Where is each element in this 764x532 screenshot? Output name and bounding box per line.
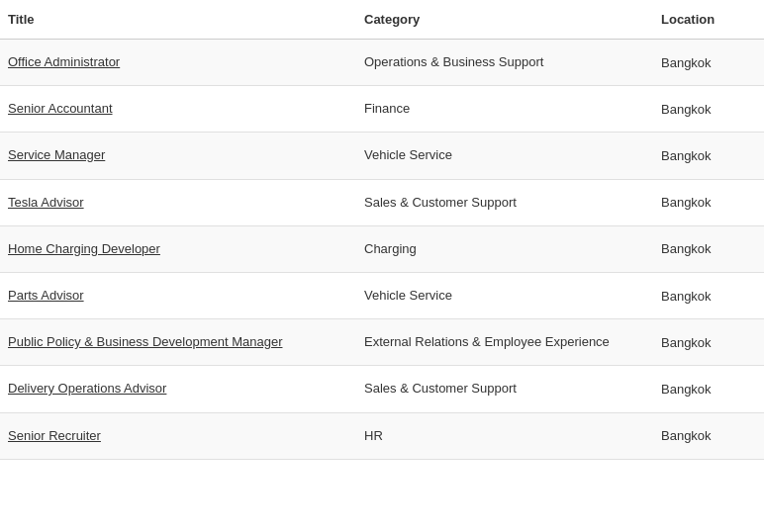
job-location: Bangkok <box>661 148 756 163</box>
job-title[interactable]: Tesla Advisor <box>8 194 364 212</box>
job-location: Bangkok <box>661 382 756 397</box>
jobs-table: Title Category Location Office Administr… <box>0 0 764 460</box>
job-location: Bangkok <box>661 289 756 304</box>
job-location: Bangkok <box>661 102 756 117</box>
table-row: Delivery Operations AdvisorSales & Custo… <box>0 366 764 412</box>
table-row: Public Policy & Business Development Man… <box>0 319 764 366</box>
job-category: Vehicle Service <box>364 287 661 305</box>
table-row: Service ManagerVehicle ServiceBangkok <box>0 133 764 179</box>
table-header: Title Category Location <box>0 0 764 40</box>
job-category: Sales & Customer Support <box>364 380 661 398</box>
table-body: Office AdministratorOperations & Busines… <box>0 40 764 460</box>
job-category: External Relations & Employee Experience <box>364 333 661 351</box>
table-row: Parts AdvisorVehicle ServiceBangkok <box>0 273 764 319</box>
job-category: Vehicle Service <box>364 146 661 164</box>
job-title[interactable]: Senior Accountant <box>8 100 364 118</box>
table-row: Office AdministratorOperations & Busines… <box>0 40 764 86</box>
table-row: Senior RecruiterHRBangkok <box>0 413 764 460</box>
job-title[interactable]: Delivery Operations Advisor <box>8 380 364 398</box>
table-row: Tesla AdvisorSales & Customer SupportBan… <box>0 180 764 226</box>
job-category: HR <box>364 427 661 445</box>
table-row: Home Charging DeveloperChargingBangkok <box>0 226 764 273</box>
header-location: Location <box>661 8 756 31</box>
job-title[interactable]: Public Policy & Business Development Man… <box>8 333 364 351</box>
job-title[interactable]: Parts Advisor <box>8 287 364 305</box>
job-category: Finance <box>364 100 661 118</box>
job-category: Sales & Customer Support <box>364 194 661 212</box>
job-title[interactable]: Home Charging Developer <box>8 240 364 258</box>
job-location: Bangkok <box>661 195 756 210</box>
job-title[interactable]: Office Administrator <box>8 53 364 71</box>
job-title[interactable]: Service Manager <box>8 146 364 164</box>
table-row: Senior AccountantFinanceBangkok <box>0 86 764 133</box>
job-location: Bangkok <box>661 335 756 350</box>
job-location: Bangkok <box>661 241 756 256</box>
header-title: Title <box>8 8 364 31</box>
header-category: Category <box>364 8 661 31</box>
job-title[interactable]: Senior Recruiter <box>8 427 364 445</box>
job-location: Bangkok <box>661 428 756 443</box>
job-category: Operations & Business Support <box>364 53 661 71</box>
job-location: Bangkok <box>661 55 756 70</box>
job-category: Charging <box>364 240 661 258</box>
